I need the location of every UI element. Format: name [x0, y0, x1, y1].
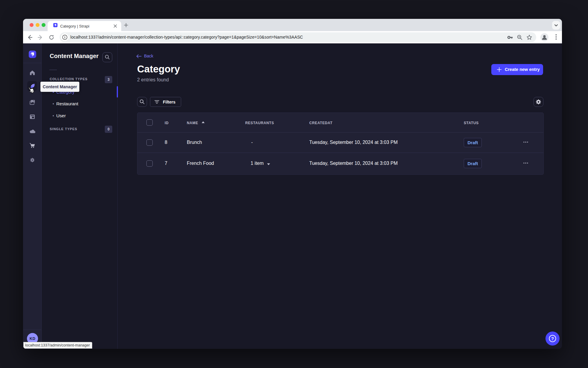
svg-text:?: ? [551, 336, 554, 341]
